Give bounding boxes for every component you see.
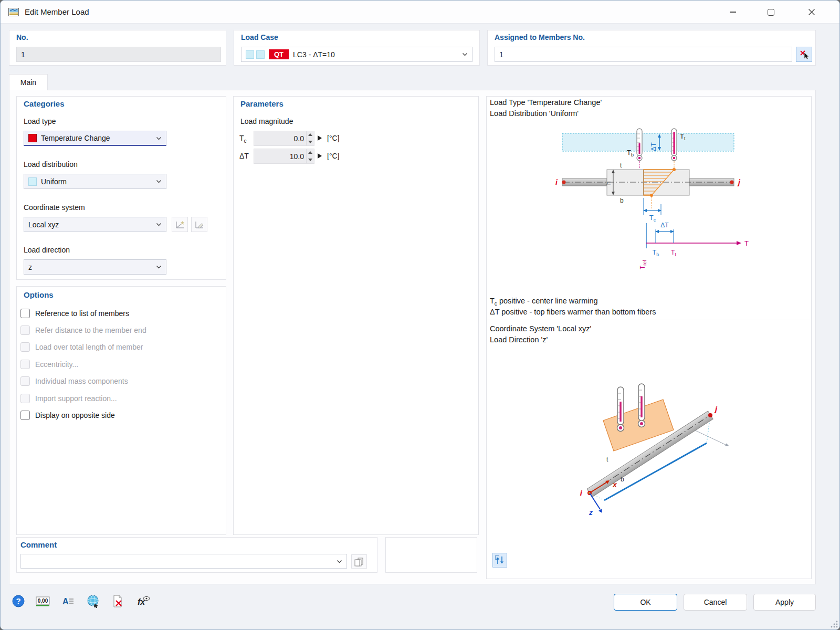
chevron-down-icon bbox=[462, 52, 468, 56]
comment-title: Comment bbox=[20, 540, 57, 549]
delete-page-icon bbox=[111, 594, 125, 608]
spinner-up-button[interactable] bbox=[307, 131, 314, 139]
load-direction-label: Load direction bbox=[24, 246, 70, 254]
help-icon: ? bbox=[12, 594, 25, 608]
font-settings-button[interactable]: A bbox=[60, 594, 75, 608]
delete-load-button[interactable] bbox=[111, 594, 125, 608]
delta-t-detail-button[interactable] bbox=[318, 153, 322, 159]
load-type-swatch bbox=[28, 134, 37, 142]
load-type-label: Load type bbox=[24, 117, 56, 125]
tc-detail-button[interactable] bbox=[318, 135, 322, 141]
label-x-axis: x bbox=[612, 480, 617, 489]
spinner-down-button[interactable] bbox=[307, 156, 314, 164]
thermometer-left-icon bbox=[637, 129, 642, 169]
preview-load-type-line: Load Type 'Temperature Change' bbox=[490, 98, 602, 107]
chevron-down-icon bbox=[156, 136, 162, 140]
copy-icon bbox=[354, 556, 364, 567]
label-tb-axis: Tb bbox=[653, 249, 659, 257]
minimize-button[interactable] bbox=[715, 1, 751, 24]
reference-to-list-of-members-checkbox[interactable] bbox=[20, 309, 30, 318]
label-node-j: j bbox=[737, 178, 741, 186]
ok-button[interactable]: OK bbox=[614, 594, 677, 611]
refer-distance-to-member-end-checkbox bbox=[20, 326, 30, 335]
select-members-button[interactable] bbox=[796, 47, 812, 62]
tab-main[interactable]: Main bbox=[9, 74, 48, 90]
option-row: Load over total length of member bbox=[20, 341, 143, 353]
app-icon bbox=[8, 6, 19, 18]
font-icon: A bbox=[61, 594, 75, 608]
apply-button[interactable]: Apply bbox=[753, 594, 816, 611]
coordinate-system-combobox[interactable]: Local xyz bbox=[24, 217, 166, 232]
categories-title: Categories bbox=[24, 99, 65, 108]
option-row: Refer distance to the member end bbox=[20, 324, 146, 337]
title-bar: Edit Member Load bbox=[1, 1, 839, 24]
formula-button[interactable]: fx bbox=[136, 594, 151, 608]
help-button[interactable]: ? bbox=[11, 594, 26, 608]
view-button[interactable] bbox=[86, 594, 100, 608]
coordinate-system-label: Coordinate system bbox=[24, 203, 85, 212]
maximize-button[interactable] bbox=[752, 1, 789, 24]
load-distribution-combobox[interactable]: Uniform bbox=[24, 174, 166, 189]
chevron-down-icon bbox=[156, 180, 162, 183]
load-case-color-swatch bbox=[246, 50, 254, 59]
label-t: t bbox=[620, 162, 622, 169]
tc-input[interactable] bbox=[254, 131, 306, 145]
load-type-combobox[interactable]: Temperature Change bbox=[24, 131, 166, 146]
cancel-button[interactable]: Cancel bbox=[684, 594, 747, 611]
flip-view-button[interactable] bbox=[492, 553, 507, 568]
new-coordinate-system-button[interactable] bbox=[172, 217, 188, 232]
delta-t-input-box bbox=[254, 149, 314, 164]
units-button[interactable]: 0,00 bbox=[35, 594, 50, 608]
label-z-axis: z bbox=[589, 508, 593, 517]
parameters-title: Parameters bbox=[240, 99, 284, 108]
assigned-members-input[interactable] bbox=[495, 47, 792, 62]
temperature-diagram: ΔT Tb Tt bbox=[489, 121, 809, 295]
spinner-up-icon bbox=[308, 133, 312, 136]
checkbox-label: Reference to list of members bbox=[35, 309, 129, 318]
tc-spinner bbox=[306, 131, 314, 145]
edit-coordinate-system-icon bbox=[194, 219, 205, 230]
preview-divider bbox=[487, 320, 811, 320]
spinner-up-icon bbox=[308, 151, 312, 154]
load-distribution-label: Load distribution bbox=[24, 160, 78, 169]
edit-coordinate-system-button[interactable] bbox=[191, 217, 207, 232]
svg-text:0,00: 0,00 bbox=[37, 598, 48, 604]
checkbox-label: Refer distance to the member end bbox=[35, 326, 146, 334]
window-title: Edit Member Load bbox=[25, 1, 89, 24]
spinner-down-button[interactable] bbox=[307, 139, 314, 146]
spinner-down-icon bbox=[308, 159, 312, 161]
load-direction-value: z bbox=[28, 263, 153, 271]
select-pointer-icon bbox=[799, 49, 810, 60]
label-t-axis: T bbox=[744, 239, 749, 247]
display-on-opposite-side-checkbox[interactable] bbox=[20, 411, 30, 420]
preview-coordinate-line: Coordinate System 'Local xyz' bbox=[490, 324, 591, 333]
empty-panel bbox=[385, 537, 477, 573]
label-tt-axis: Tt bbox=[671, 249, 676, 257]
eccentricity-checkbox bbox=[20, 360, 30, 369]
globe-icon bbox=[86, 594, 100, 608]
label-tref: Tref bbox=[639, 260, 647, 269]
checkbox-label: Display on opposite side bbox=[35, 411, 115, 419]
comment-combobox[interactable] bbox=[20, 554, 347, 569]
delta-t-label: ΔT bbox=[239, 152, 249, 162]
resize-grip[interactable] bbox=[830, 620, 838, 628]
label-t: t bbox=[606, 456, 608, 463]
option-row: Individual mass components bbox=[20, 375, 128, 387]
load-case-combobox[interactable]: QT LC3 - ΔT=10 bbox=[241, 47, 472, 62]
copy-comment-button[interactable] bbox=[351, 554, 367, 569]
close-button[interactable] bbox=[790, 1, 833, 24]
label-node-i: i bbox=[580, 488, 583, 497]
load-direction-combobox[interactable]: z bbox=[24, 259, 166, 275]
delta-t-input[interactable] bbox=[254, 149, 306, 163]
label-b: b bbox=[620, 197, 624, 204]
spinner-up-button[interactable] bbox=[307, 149, 314, 156]
preview-note-2: ΔT positive - top fibers warmer than bot… bbox=[490, 308, 656, 316]
spinner-down-icon bbox=[308, 141, 312, 143]
checkbox-label: Import support reaction... bbox=[35, 394, 117, 403]
tc-input-box bbox=[254, 131, 314, 146]
maximize-icon bbox=[768, 9, 774, 16]
no-input bbox=[16, 47, 221, 62]
load-distribution-swatch bbox=[28, 177, 37, 186]
checkbox-label: Eccentricity... bbox=[35, 360, 78, 369]
individual-mass-components-checkbox bbox=[20, 376, 30, 386]
